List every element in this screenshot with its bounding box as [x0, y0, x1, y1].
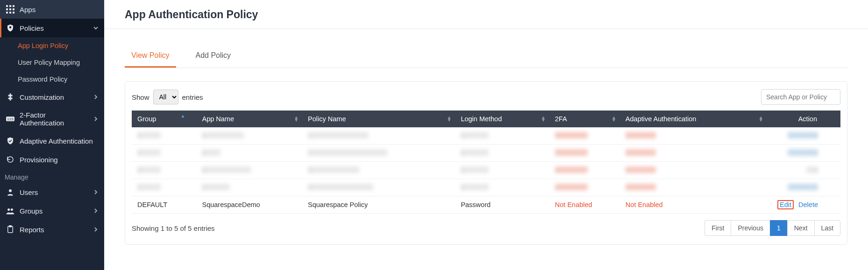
sort-icon: ▲▼ — [612, 116, 616, 122]
col-2fa[interactable]: 2FA ▲▼ — [549, 111, 620, 127]
svg-rect-4 — [9, 8, 11, 10]
puzzle-icon — [6, 92, 15, 102]
col-group[interactable]: Group ▲ — [132, 111, 196, 127]
cell-2fa: Not Enabled — [549, 196, 620, 214]
chevron-right-icon — [93, 116, 99, 122]
sidebar-sub-label: User Policy Mapping — [18, 59, 80, 66]
table-row: x x x x x x x — [132, 162, 840, 179]
sort-icon: ▲▼ — [294, 116, 299, 122]
sidebar-item-label: 2-Factor Authentication — [20, 111, 88, 127]
chevron-right-icon — [93, 208, 99, 214]
sort-icon: ▲▼ — [759, 116, 763, 122]
entries-label: entries — [182, 93, 203, 101]
svg-rect-0 — [6, 5, 8, 7]
tabs: View Policy Add Policy — [125, 51, 847, 68]
shield-icon — [6, 23, 15, 33]
table-row: x x x x x x x — [132, 179, 840, 196]
sidebar-item-policies[interactable]: Policies — [0, 19, 104, 37]
sort-icon: ▲▼ — [541, 116, 546, 122]
page-title: App Authentication Policy — [125, 0, 868, 28]
apps-icon — [6, 5, 15, 14]
sidebar-item-users[interactable]: Users — [0, 183, 104, 201]
sidebar-item-label: Apps — [20, 6, 36, 14]
col-policy-name[interactable]: Policy Name ▲▼ — [302, 111, 455, 127]
page-1[interactable]: 1 — [770, 220, 788, 236]
page-previous[interactable]: Previous — [731, 220, 770, 236]
divider — [104, 28, 868, 29]
page-next[interactable]: Next — [787, 220, 815, 236]
cell-app: SquarespaceDemo — [196, 196, 302, 214]
table-row: x x x x x x x — [132, 127, 840, 145]
table-row: x x x x x x x — [132, 145, 840, 162]
table-controls: Show All entries — [132, 89, 840, 105]
svg-rect-3 — [6, 8, 8, 10]
sidebar-item-reports[interactable]: Reports — [0, 220, 104, 239]
edit-link[interactable]: Edit — [777, 200, 794, 209]
chevron-down-icon — [93, 25, 99, 31]
col-adaptive[interactable]: Adaptive Authentication ▲▼ — [620, 111, 767, 127]
sidebar-sub-label: App Login Policy — [18, 42, 68, 49]
cell-adaptive: Not Enabled — [620, 196, 767, 214]
sidebar-item-adaptive-auth[interactable]: Adaptive Authentication — [0, 132, 104, 150]
cell-policy: Squarespace Policy — [302, 196, 455, 214]
sidebar-item-customization[interactable]: Customization — [0, 88, 104, 106]
sort-icon: ▲▼ — [447, 116, 451, 122]
sidebar-sub-label: Password Policy — [18, 76, 67, 83]
table-row: DEFAULT SquarespaceDemo Squarespace Poli… — [132, 196, 840, 214]
svg-rect-8 — [13, 12, 14, 14]
svg-point-11 — [9, 189, 12, 192]
tab-add-policy[interactable]: Add Policy — [189, 51, 238, 68]
table-footer: Showing 1 to 5 of 5 entries First Previo… — [132, 220, 840, 236]
sidebar-item-label: Users — [20, 188, 38, 196]
sidebar-sub-user-policy-mapping[interactable]: User Policy Mapping — [0, 54, 104, 71]
cell-login: Password — [455, 196, 549, 214]
sidebar-item-provisioning[interactable]: Provisioning — [0, 150, 104, 169]
sidebar-sub-app-login-policy[interactable]: App Login Policy — [0, 37, 104, 54]
svg-rect-5 — [13, 8, 14, 10]
sidebar-item-groups[interactable]: Groups — [0, 201, 104, 220]
main-content: App Authentication Policy View Policy Ad… — [104, 0, 868, 270]
chevron-right-icon — [93, 94, 99, 100]
sort-asc-icon: ▲ — [181, 113, 185, 118]
sidebar: Apps Policies App Login Policy User Poli… — [0, 0, 104, 270]
shield-check-icon — [6, 136, 15, 145]
chevron-right-icon — [93, 189, 99, 195]
sidebar-item-label: Provisioning — [20, 156, 58, 164]
svg-rect-6 — [6, 12, 8, 14]
entries-info: Showing 1 to 5 of 5 entries — [132, 224, 215, 232]
col-login-method[interactable]: Login Method ▲▼ — [455, 111, 549, 127]
search-input[interactable] — [761, 89, 840, 105]
col-app-name[interactable]: App Name ▲▼ — [196, 111, 302, 127]
sidebar-item-apps[interactable]: Apps — [0, 0, 104, 19]
page-first[interactable]: First — [704, 220, 731, 236]
chevron-right-icon — [93, 227, 99, 232]
page-last[interactable]: Last — [814, 220, 840, 236]
tab-view-policy[interactable]: View Policy — [125, 51, 176, 68]
sidebar-item-label: Policies — [20, 24, 44, 32]
clipboard-icon — [6, 225, 15, 234]
policy-table-panel: Show All entries Group ▲ App Name ▲▼ — [125, 81, 847, 245]
sidebar-item-label: Reports — [20, 226, 44, 234]
two-factor-icon: 123 — [6, 114, 15, 124]
policy-table: Group ▲ App Name ▲▼ Policy Name ▲▼ Login… — [132, 111, 840, 214]
delete-link[interactable]: Delete — [798, 201, 818, 208]
svg-point-13 — [11, 208, 13, 211]
show-label: Show — [132, 93, 149, 101]
entries-select[interactable]: All — [153, 90, 178, 104]
sidebar-item-2fa[interactable]: 123 2-Factor Authentication — [0, 106, 104, 132]
svg-rect-2 — [13, 5, 14, 7]
svg-text:123: 123 — [7, 117, 14, 121]
pagination: First Previous 1 Next Last — [705, 220, 840, 236]
sidebar-item-label: Groups — [20, 207, 43, 215]
svg-rect-1 — [9, 5, 11, 7]
user-icon — [6, 187, 15, 197]
cell-group: DEFAULT — [132, 196, 196, 214]
svg-rect-7 — [9, 12, 11, 14]
sidebar-item-label: Customization — [20, 93, 64, 101]
group-icon — [6, 206, 15, 215]
svg-point-12 — [7, 208, 10, 211]
sidebar-section-manage: Manage — [0, 169, 104, 183]
sync-icon — [6, 155, 15, 164]
svg-rect-15 — [9, 226, 12, 227]
sidebar-sub-password-policy[interactable]: Password Policy — [0, 71, 104, 88]
